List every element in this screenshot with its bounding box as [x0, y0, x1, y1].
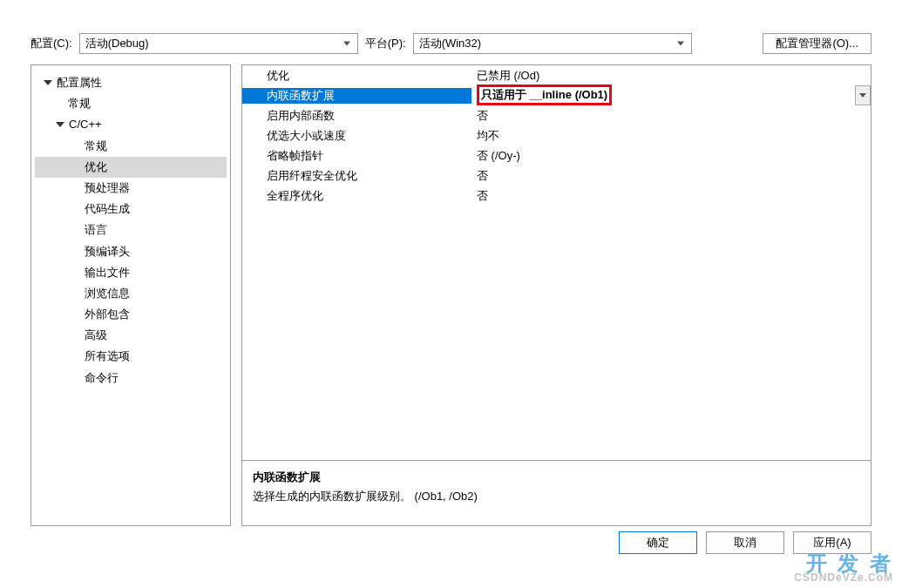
property-name: 优化: [242, 68, 471, 84]
tree-item-代码生成[interactable]: 代码生成: [35, 199, 227, 220]
watermark-line2: CSDNDeVZe.CoM: [794, 572, 893, 583]
tree-item-高级[interactable]: 高级: [35, 325, 227, 346]
property-name: 省略帧指针: [242, 148, 471, 164]
tree-item-输出文件[interactable]: 输出文件: [35, 262, 227, 283]
tree-cpp[interactable]: C/C++: [35, 114, 227, 135]
config-label: 配置(C):: [31, 36, 72, 51]
ok-button[interactable]: 确定: [619, 531, 697, 554]
watermark-line1: 开 发 者: [794, 553, 893, 574]
highlight-box: 只适用于 __inline (/Ob1): [477, 84, 612, 105]
property-value[interactable]: 只适用于 __inline (/Ob1): [471, 85, 871, 105]
tree-panel: 配置属性 常规 C/C++ 常规优化预处理器代码生成语言预编译头输出文件浏览信息…: [31, 64, 231, 526]
property-name: 全程序优化: [242, 188, 471, 204]
property-value[interactable]: 否: [471, 168, 871, 184]
property-row[interactable]: 全程序优化否: [242, 186, 871, 206]
tree-item-优化[interactable]: 优化: [35, 157, 227, 178]
platform-dropdown[interactable]: 活动(Win32): [413, 33, 692, 54]
tree-general[interactable]: 常规: [35, 93, 227, 114]
property-grid: 优化已禁用 (/Od)内联函数扩展只适用于 __inline (/Ob1)启用内…: [242, 65, 871, 460]
property-row[interactable]: 启用纤程安全优化否: [242, 166, 871, 186]
chevron-down-icon: [44, 80, 52, 85]
property-name: 优选大小或速度: [242, 128, 471, 144]
config-dropdown[interactable]: 活动(Debug): [79, 33, 358, 54]
property-row[interactable]: 启用内部函数否: [242, 105, 871, 125]
apply-button[interactable]: 应用(A): [793, 531, 871, 554]
property-row[interactable]: 内联函数扩展只适用于 __inline (/Ob1): [242, 85, 871, 105]
tree-item-浏览信息[interactable]: 浏览信息: [35, 283, 227, 304]
property-name: 启用内部函数: [242, 108, 471, 124]
tree-item-所有选项[interactable]: 所有选项: [35, 346, 227, 367]
platform-value: 活动(Win32): [419, 36, 482, 51]
property-value[interactable]: 否: [471, 188, 871, 204]
property-value[interactable]: 已禁用 (/Od): [471, 68, 871, 84]
property-value[interactable]: 均不: [471, 128, 871, 144]
platform-label: 平台(P):: [365, 36, 406, 51]
property-value[interactable]: 否 (/Oy-): [471, 148, 871, 164]
tree-cpp-label: C/C++: [69, 117, 102, 132]
chevron-down-icon: [56, 122, 64, 127]
tree-item-命令行[interactable]: 命令行: [35, 368, 227, 389]
config-manager-button[interactable]: 配置管理器(O)...: [763, 33, 871, 54]
property-name: 内联函数扩展: [242, 88, 471, 104]
tree-item-预处理器[interactable]: 预处理器: [35, 178, 227, 199]
tree-item-预编译头[interactable]: 预编译头: [35, 241, 227, 262]
description-text: 选择生成的内联函数扩展级别。 (/Ob1, /Ob2): [253, 489, 860, 504]
tree-item-常规[interactable]: 常规: [35, 136, 227, 157]
property-row[interactable]: 省略帧指针否 (/Oy-): [242, 145, 871, 166]
property-value[interactable]: 否: [471, 108, 871, 124]
tree-root[interactable]: 配置属性: [35, 72, 227, 93]
tree-item-外部包含[interactable]: 外部包含: [35, 304, 227, 325]
tree-root-label: 配置属性: [57, 75, 102, 91]
config-value: 活动(Debug): [85, 36, 149, 51]
cancel-button[interactable]: 取消: [706, 531, 784, 554]
property-panel: 优化已禁用 (/Od)内联函数扩展只适用于 __inline (/Ob1)启用内…: [241, 64, 871, 526]
property-dropdown-button[interactable]: [855, 85, 871, 105]
property-name: 启用纤程安全优化: [242, 168, 471, 184]
property-row[interactable]: 优选大小或速度均不: [242, 125, 871, 145]
description-panel: 内联函数扩展 选择生成的内联函数扩展级别。 (/Ob1, /Ob2): [242, 460, 871, 525]
tree-item-语言[interactable]: 语言: [35, 220, 227, 240]
property-row[interactable]: 优化已禁用 (/Od): [242, 65, 871, 85]
watermark: 开 发 者 CSDNDeVZe.CoM: [794, 553, 893, 583]
description-title: 内联函数扩展: [253, 470, 860, 485]
